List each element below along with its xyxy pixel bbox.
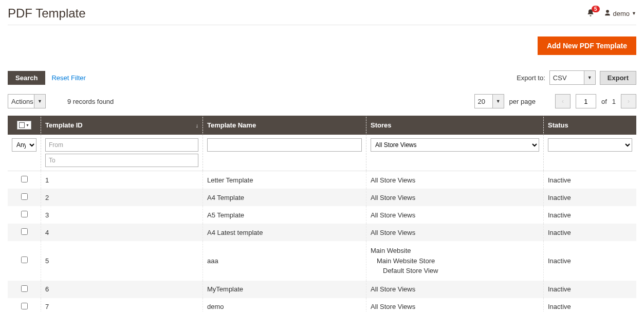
table-row[interactable]: 5aaaMain WebsiteMain Website StoreDefaul…	[8, 241, 636, 281]
cell-stores: Main WebsiteMain Website StoreDefault St…	[366, 241, 544, 281]
search-button[interactable]: Search	[8, 71, 45, 85]
store-hierarchy-line: Main Website	[371, 246, 539, 256]
store-hierarchy-line: Main Website Store	[371, 256, 539, 266]
notification-count: 5	[592, 6, 600, 12]
user-area: 5 demo ▼	[586, 9, 636, 19]
cell-stores: All Store Views	[366, 189, 544, 206]
actions-value: Actions	[11, 98, 33, 105]
mass-actions-select[interactable]: Actions ▼	[8, 94, 46, 108]
filter-id-cell	[41, 135, 203, 171]
cell-status: Inactive	[544, 206, 637, 224]
cell-template-id: 5	[41, 241, 203, 281]
row-select-cell	[8, 298, 41, 313]
cell-template-name: demo	[203, 298, 366, 313]
table-row[interactable]: 7demoAll Store ViewsInactive	[8, 298, 636, 313]
table-row[interactable]: 1Letter TemplateAll Store ViewsInactive	[8, 171, 636, 189]
row-checkbox[interactable]	[21, 211, 28, 217]
export-format-value: CSV	[553, 74, 567, 82]
filter-any-select[interactable]: Any	[12, 138, 36, 152]
caret-down-icon: ▼	[632, 11, 636, 16]
cell-stores: All Store Views	[366, 206, 544, 224]
notification-button[interactable]: 5	[586, 9, 595, 19]
filter-select-cell: Any	[8, 135, 41, 171]
chevron-right-icon: ›	[628, 98, 630, 105]
page-size-select[interactable]: 20 ▼	[474, 94, 504, 108]
row-select-cell	[8, 281, 41, 298]
column-label: Status	[548, 121, 568, 129]
filter-stores-select[interactable]: All Store Views	[371, 138, 539, 152]
cell-template-name: MyTemplate	[203, 281, 366, 298]
cell-status: Inactive	[544, 224, 637, 241]
caret-down-icon: ▼	[34, 95, 45, 108]
filter-status-select[interactable]	[548, 138, 632, 152]
cell-template-id: 2	[41, 189, 203, 206]
page-title: PDF Template	[8, 6, 86, 21]
cell-status: Inactive	[544, 171, 637, 189]
current-page-input[interactable]	[576, 94, 596, 108]
next-page-button[interactable]: ›	[621, 94, 636, 108]
cell-template-name: Letter Template	[203, 171, 366, 189]
filter-row: Any All Store Views	[8, 135, 636, 171]
row-checkbox[interactable]	[21, 285, 28, 292]
cell-stores: All Store Views	[366, 224, 544, 241]
header-row: ▼ Template ID ↓ Template Name Stores Sta…	[8, 116, 636, 135]
row-checkbox[interactable]	[21, 303, 28, 309]
caret-down-icon: ▼	[26, 123, 29, 127]
chevron-left-icon: ‹	[562, 98, 564, 105]
records-found-label: 9 records found	[67, 98, 114, 105]
cell-status: Inactive	[544, 298, 637, 313]
export-format-select[interactable]: CSV ▼	[549, 70, 596, 85]
per-page-label: per page	[509, 98, 536, 105]
table-row[interactable]: 4A4 Latest templateAll Store ViewsInacti…	[8, 224, 636, 241]
column-label: Template Name	[207, 121, 256, 129]
toolbar-right: Export to: CSV ▼ Export	[517, 70, 636, 85]
cell-template-name: A4 Latest template	[203, 224, 366, 241]
filter-status-cell	[544, 135, 637, 171]
of-label: of	[601, 98, 607, 105]
cell-stores: All Store Views	[366, 281, 544, 298]
cell-template-name: aaa	[203, 241, 366, 281]
add-new-button[interactable]: Add New PDF Template	[538, 36, 636, 55]
store-hierarchy-line: Default Store View	[371, 266, 539, 276]
filter-id-from-input[interactable]	[45, 138, 198, 152]
filter-name-input[interactable]	[207, 138, 362, 152]
prev-page-button[interactable]: ‹	[555, 94, 571, 108]
column-label: Template ID	[45, 121, 83, 129]
table-row[interactable]: 6MyTemplateAll Store ViewsInactive	[8, 281, 636, 298]
toolbar: Search Reset Filter Export to: CSV ▼ Exp…	[8, 66, 636, 91]
pager: 20 ▼ per page ‹ of 1 ›	[474, 94, 636, 108]
sort-down-icon: ↓	[196, 122, 199, 129]
checkbox-icon	[19, 122, 25, 128]
export-to-label: Export to:	[517, 74, 545, 82]
row-select-cell	[8, 206, 41, 224]
page-actions: Add New PDF Template	[8, 25, 636, 66]
column-header-stores[interactable]: Stores	[366, 116, 544, 135]
row-select-cell	[8, 189, 41, 206]
reset-filter-link[interactable]: Reset Filter	[51, 74, 85, 82]
toolbar-left: Search Reset Filter	[8, 71, 86, 85]
row-checkbox[interactable]	[21, 176, 28, 182]
column-header-status[interactable]: Status	[544, 116, 637, 135]
row-checkbox[interactable]	[21, 193, 28, 200]
filter-id-to-input[interactable]	[45, 154, 198, 167]
table-row[interactable]: 3A5 TemplateAll Store ViewsInactive	[8, 206, 636, 224]
cell-template-id: 3	[41, 206, 203, 224]
cell-status: Inactive	[544, 281, 637, 298]
row-checkbox[interactable]	[21, 256, 28, 263]
grid-body: 1Letter TemplateAll Store ViewsInactive2…	[8, 171, 636, 313]
cell-template-name: A5 Template	[203, 206, 366, 224]
export-button[interactable]: Export	[600, 71, 636, 85]
cell-status: Inactive	[544, 189, 637, 206]
column-header-template-id[interactable]: Template ID ↓	[41, 116, 203, 135]
column-header-select: ▼	[8, 116, 41, 135]
table-row[interactable]: 2A4 TemplateAll Store ViewsInactive	[8, 189, 636, 206]
row-checkbox[interactable]	[21, 228, 28, 235]
filter-name-cell	[203, 135, 366, 171]
user-dropdown[interactable]: demo ▼	[604, 9, 636, 18]
cell-template-id: 4	[41, 224, 203, 241]
select-all-checkbox[interactable]: ▼	[17, 121, 31, 130]
column-header-template-name[interactable]: Template Name	[203, 116, 366, 135]
filter-stores-cell: All Store Views	[366, 135, 544, 171]
cell-template-name: A4 Template	[203, 189, 366, 206]
username-label: demo	[613, 10, 630, 17]
